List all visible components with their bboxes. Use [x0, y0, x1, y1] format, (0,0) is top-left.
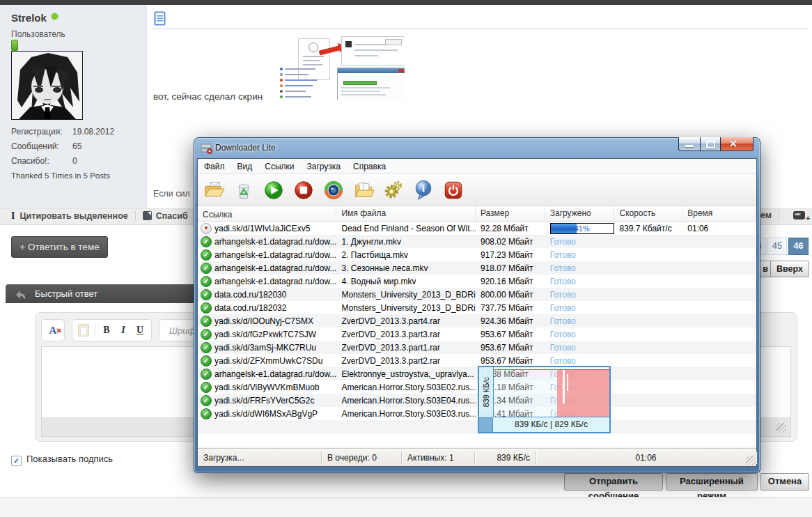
- window-resize-grip[interactable]: [746, 456, 755, 465]
- menu-bar: Файл Вид Ссылки Загрузка Справка: [198, 159, 756, 174]
- table-row[interactable]: arhangelsk-e1.datagrad.ru/dow... 3. Сезо…: [198, 261, 756, 275]
- resize-grip[interactable]: [776, 423, 786, 433]
- done-icon: [201, 395, 212, 406]
- table-row[interactable]: data.cod.ru/182030 Monsters_University_2…: [198, 288, 756, 301]
- row-filename: American.Horror.Story.S03E04.rus...: [336, 396, 476, 406]
- table-row[interactable]: arhangelsk-e1.datagrad.ru/dow... Elektro…: [198, 367, 756, 380]
- stop-icon[interactable]: [292, 178, 315, 202]
- send-message-button[interactable]: Отправить сообщение: [564, 473, 663, 491]
- column-loaded[interactable]: Загружено: [545, 206, 615, 221]
- done-icon: [201, 329, 212, 340]
- page-46-current[interactable]: 46: [788, 238, 809, 255]
- start-icon[interactable]: [262, 178, 286, 202]
- user-stats: Регистрация:19.08.2012 Сообщений:65 Спас…: [11, 125, 114, 183]
- cancel-button[interactable]: Отмена: [760, 473, 809, 491]
- row-loaded: Готово: [545, 343, 615, 353]
- post-thumbnail[interactable]: [279, 33, 405, 100]
- done-icon: [201, 316, 212, 327]
- open-links-icon[interactable]: [202, 178, 226, 202]
- show-signature-checkbox[interactable]: ✓: [11, 456, 22, 466]
- thanks-button[interactable]: Спасиб: [156, 211, 188, 221]
- table-row[interactable]: arhangelsk-e1.datagrad.ru/dow... 1. Джун…: [198, 235, 756, 248]
- column-time[interactable]: Время: [682, 206, 756, 221]
- status-done: Готово: [550, 263, 576, 273]
- speed-graph: [494, 367, 609, 417]
- column-size[interactable]: Размер: [476, 206, 545, 221]
- italic-button[interactable]: I: [115, 322, 132, 339]
- page-footer: [0, 497, 812, 517]
- table-row[interactable]: yadi.sk/d/IOOuNyj-C7SMX ZverDVD_2013.3.p…: [198, 314, 756, 327]
- table-row[interactable]: yadi.sk/d/3amSj-MKC7RUu ZverDVD_2013.3.p…: [198, 341, 756, 354]
- row-url: yadi.sk/d/ZFXmmUwkC7SDu: [214, 356, 322, 366]
- column-filename[interactable]: Имя файла: [336, 206, 475, 221]
- empty-row: [198, 447, 756, 448]
- menu-file[interactable]: Файл: [198, 162, 231, 171]
- table-row[interactable]: data.cod.ru/182032 Monsters_University_2…: [198, 301, 756, 314]
- status-done: Готово: [550, 290, 576, 300]
- menu-links[interactable]: Ссылки: [258, 162, 300, 171]
- row-url: arhangelsk-e1.datagrad.ru/dow...: [214, 237, 336, 247]
- downloads-folder-icon[interactable]: [352, 178, 375, 202]
- username-link[interactable]: Strelok: [11, 12, 58, 24]
- settings-icon[interactable]: [382, 178, 405, 202]
- underline-button[interactable]: U: [132, 322, 148, 339]
- table-row[interactable]: yadi.sk/d/ZFXmmUwkC7SDu ZverDVD_2013.3.p…: [198, 354, 756, 367]
- separator: [135, 211, 136, 220]
- row-size: 953.67 Мбайт: [476, 356, 545, 366]
- done-icon: [201, 369, 212, 380]
- status-state: Загрузка...: [198, 452, 322, 464]
- page-45[interactable]: 45: [767, 238, 787, 255]
- thanks-icon: [143, 211, 152, 220]
- table-row[interactable]: arhangelsk-e1.datagrad.ru/dow... 2. Паст…: [198, 248, 756, 261]
- avatar[interactable]: [11, 51, 83, 120]
- multiquote-icon[interactable]: [793, 211, 805, 219]
- download-list: Ссылка Имя файла Размер Загружено Скорос…: [198, 206, 756, 449]
- separator: [95, 324, 95, 337]
- title-bar[interactable]: Downloader Lite: [194, 138, 760, 158]
- recycle-bin-icon[interactable]: [232, 178, 256, 202]
- thumb-dialog: [341, 36, 405, 65]
- table-row[interactable]: arhangelsk-e1.datagrad.ru/dow... 4. Водн…: [198, 275, 756, 288]
- close-button[interactable]: [721, 137, 754, 151]
- reputation-icon: [11, 40, 18, 51]
- advanced-mode-button[interactable]: Расширенный режим: [666, 473, 758, 491]
- row-filename: Dead End Finland - Season Of Wit...: [336, 224, 476, 233]
- row-loaded: Готово: [545, 290, 615, 300]
- row-loaded: Готово: [545, 263, 615, 273]
- table-row[interactable]: yadi.sk/d/FRFsYVerC5G2c American.Horror.…: [198, 394, 756, 407]
- user-role: Пользователь: [11, 29, 65, 39]
- maximize-button[interactable]: [701, 137, 721, 151]
- column-link[interactable]: Ссылка: [198, 206, 336, 221]
- row-size: 918.07 Мбайт: [476, 263, 545, 273]
- remove-format-button[interactable]: A: [45, 322, 61, 339]
- row-filename: 1. Джунгли.mkv: [336, 237, 476, 247]
- done-icon: [201, 408, 212, 419]
- row-url: yadi.sk/d/fGzPxwkTC7SJW: [214, 330, 316, 339]
- menu-help[interactable]: Справка: [347, 162, 392, 171]
- table-row[interactable]: yadi.sk/d/fGzPxwkTC7SJW ZverDVD_2013.3.p…: [198, 327, 756, 341]
- done-icon: [201, 276, 212, 287]
- info-icon[interactable]: i: [412, 178, 435, 202]
- reply-to-thread-button[interactable]: + Ответить в теме: [11, 236, 108, 258]
- quote-selected-button[interactable]: IЦитировать выделенноеСпасиб: [11, 210, 188, 222]
- table-row[interactable]: yadi.sk/d/1WIvUaJiCExv5 Dead End Finland…: [198, 222, 756, 235]
- exit-icon[interactable]: [442, 178, 465, 202]
- minimize-button[interactable]: [678, 137, 701, 151]
- monitor-icon[interactable]: [322, 178, 345, 202]
- column-speed[interactable]: Скорость: [614, 206, 682, 221]
- table-row[interactable]: yadi.sk/d/ViByWVKmBMuob American.Horror.…: [198, 380, 756, 394]
- table-row[interactable]: yadi.sk/d/dWI6MSxABgVgP American.Horror.…: [198, 407, 756, 420]
- row-loaded: 41%: [545, 223, 615, 234]
- bold-button[interactable]: B: [98, 322, 115, 339]
- progress-bar: 41%: [550, 223, 614, 234]
- menu-view[interactable]: Вид: [231, 162, 259, 171]
- reply-with-quote-partial[interactable]: ем: [760, 210, 805, 220]
- row-size: 908.02 Мбайт: [476, 237, 545, 247]
- post-signature-partial: Если сил: [153, 189, 190, 199]
- row-time: 01:06: [682, 224, 756, 233]
- window-client: Файл Вид Ссылки Загрузка Справка: [197, 158, 757, 467]
- up-button[interactable]: Вверх: [770, 261, 809, 277]
- menu-download[interactable]: Загрузка: [300, 162, 347, 171]
- paste-icon[interactable]: [78, 324, 89, 337]
- done-icon: [201, 355, 212, 366]
